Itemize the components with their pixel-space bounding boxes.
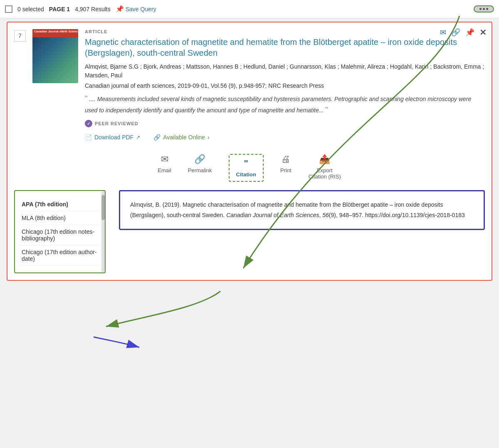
article-journal: Canadian journal of earth sciences, 2019… — [85, 82, 485, 89]
close-icon[interactable]: ✕ — [479, 27, 487, 37]
sidebar-scrollbar[interactable] — [101, 191, 105, 272]
citation-text: Almqvist, B. (2019). Magnetic characteri… — [130, 200, 474, 220]
dot2 — [483, 8, 485, 10]
citation-format-apa[interactable]: APA (7th edition) — [20, 198, 100, 211]
action-buttons: ✉ Email 🔗 Permalink " Citation 🖨 Print 📤… — [14, 154, 485, 182]
email-icon[interactable]: ✉ — [440, 28, 446, 37]
more-options-button[interactable] — [474, 5, 494, 12]
results-count: 4,907 Results — [75, 6, 111, 12]
citation-icon: " — [244, 158, 248, 169]
peer-reviewed-badge: ✓ PEER REVIEWED — [85, 120, 485, 127]
main-content: ✉ 🔗 📌 ✕ 7 ARTICLE Magnetic characterisat… — [0, 18, 499, 294]
citation-apa-text: Almqvist, B. (2019). Magnetic characteri… — [130, 201, 465, 218]
citation-section: APA (7th edition) MLA (8th edition) Chic… — [14, 190, 485, 273]
article-number: 7 — [14, 30, 26, 42]
link-icon-small: 🔗 — [153, 134, 161, 141]
article-title[interactable]: Magnetic characterisation of magnetite a… — [85, 37, 485, 58]
pin-icon: 📌 — [116, 5, 124, 13]
peer-text: PEER REVIEWED — [95, 121, 138, 126]
peer-icon: ✓ — [85, 120, 92, 127]
save-query-button[interactable]: 📌 Save Query — [116, 5, 156, 13]
article-abstract: " .... Measurements included several kin… — [85, 93, 485, 116]
email-action-button[interactable]: ✉ Email — [158, 154, 171, 182]
download-pdf-link[interactable]: 📄 Download PDF ↗ — [85, 134, 140, 141]
print-action-button[interactable]: 🖨 Print — [280, 154, 291, 182]
print-icon: 🖨 — [281, 154, 290, 165]
article-thumbnail — [32, 29, 78, 83]
article-type: ARTICLE — [85, 29, 485, 34]
permalink-icon: 🔗 — [194, 154, 205, 165]
article-links: 📄 Download PDF ↗ 🔗 Available Online › — [85, 134, 485, 141]
page-label: PAGE 1 — [49, 6, 70, 12]
email-action-icon: ✉ — [161, 154, 168, 165]
export-icon: 📤 — [319, 154, 330, 165]
dot3 — [486, 8, 488, 10]
citation-format-chicago-notes[interactable]: Chicago (17th edition notes-bibliography… — [20, 225, 100, 245]
citation-action-button[interactable]: " Citation — [229, 154, 264, 182]
selected-count: 0 selected — [17, 6, 44, 12]
top-bar: 0 selected PAGE 1 4,907 Results 📌 Save Q… — [0, 0, 499, 18]
citation-content: Almqvist, B. (2019). Magnetic characteri… — [119, 190, 485, 230]
export-citation-button[interactable]: 📤 Export Citation (RIS) — [308, 154, 341, 182]
citation-sidebar: APA (7th edition) MLA (8th edition) Chic… — [14, 190, 106, 273]
export-label: Export Citation (RIS) — [308, 167, 341, 180]
scrollbar-thumb — [101, 195, 105, 220]
article-body: ARTICLE Magnetic characterisation of mag… — [85, 29, 485, 149]
abstract-text: .... Measurements included several kinds… — [85, 96, 471, 114]
link-icon[interactable]: 🔗 — [451, 28, 460, 37]
select-all-checkbox[interactable] — [5, 5, 12, 13]
dot1 — [479, 8, 482, 10]
pin-header-icon[interactable]: 📌 — [465, 28, 474, 37]
article-authors: Almqvist, Bjarne S.G ; Bjork, Andreas ; … — [85, 62, 485, 80]
external-link-icon: ↗ — [136, 134, 140, 140]
open-quote: " — [85, 94, 87, 103]
arrow-right-icon: › — [208, 134, 210, 141]
header-actions: ✉ 🔗 📌 ✕ — [440, 27, 487, 37]
citation-format-chicago-author[interactable]: Chicago (17th edition author-date) — [20, 245, 100, 266]
citation-format-mla[interactable]: MLA (8th edition) — [20, 211, 100, 225]
close-quote: " — [325, 106, 328, 114]
article-header: 7 ARTICLE Magnetic characterisation of m… — [14, 29, 485, 149]
available-online-link[interactable]: 🔗 Available Online › — [153, 134, 210, 141]
permalink-action-button[interactable]: 🔗 Permalink — [188, 154, 212, 182]
pdf-icon: 📄 — [85, 134, 92, 141]
article-card: ✉ 🔗 📌 ✕ 7 ARTICLE Magnetic characterisat… — [7, 22, 492, 281]
